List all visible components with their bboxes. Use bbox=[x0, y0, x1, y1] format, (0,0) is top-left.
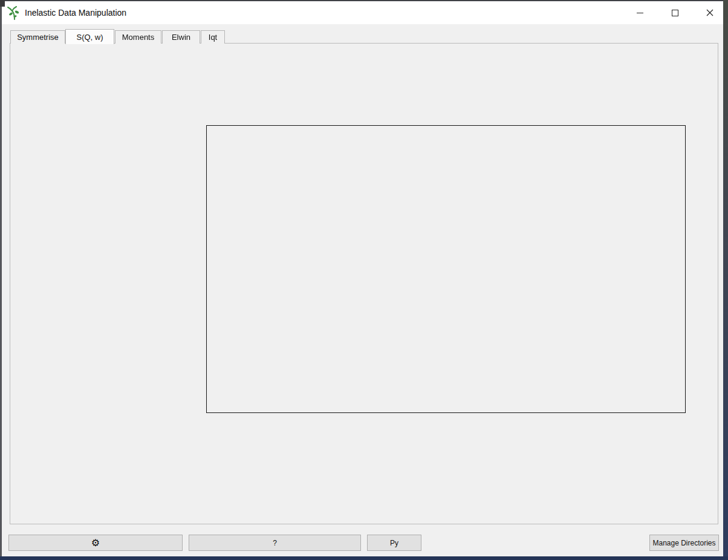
tab-moments[interactable]: Moments bbox=[115, 30, 161, 44]
python-label: Py bbox=[390, 539, 398, 547]
manage-directories-label: Manage Directories bbox=[652, 539, 715, 547]
titlebar: Inelastic Data Manipulation bbox=[2, 1, 723, 24]
close-icon bbox=[706, 9, 713, 16]
settings-button[interactable]: ⚙ bbox=[8, 535, 183, 551]
desktop-edge bbox=[0, 0, 2, 560]
manage-directories-button[interactable]: Manage Directories bbox=[649, 535, 719, 551]
gear-icon: ⚙ bbox=[91, 538, 100, 548]
desktop-edge bbox=[0, 556, 728, 560]
help-label: ? bbox=[273, 539, 277, 547]
app-window: Inelastic Data Manipulation Symmetrise S… bbox=[0, 0, 728, 560]
tab-label: Symmetrise bbox=[17, 33, 59, 42]
tab-symmetrise[interactable]: Symmetrise bbox=[10, 30, 65, 44]
tab-label: Moments bbox=[122, 33, 154, 42]
tab-label: Iqt bbox=[209, 33, 217, 42]
desktop-edge bbox=[0, 0, 728, 1]
tab-sqw[interactable]: S(Q, w) bbox=[65, 29, 114, 44]
maximize-icon bbox=[672, 10, 678, 16]
tab-label: S(Q, w) bbox=[76, 33, 103, 42]
mantid-logo-icon bbox=[7, 6, 22, 21]
maximize-button[interactable] bbox=[661, 1, 689, 24]
minimize-button[interactable] bbox=[626, 1, 654, 24]
tab-elwin[interactable]: Elwin bbox=[162, 30, 200, 44]
help-button[interactable]: ? bbox=[189, 535, 361, 551]
tab-iqt[interactable]: Iqt bbox=[201, 30, 225, 44]
desktop-edge bbox=[0, 0, 5, 7]
tab-label: Elwin bbox=[172, 33, 190, 42]
close-button[interactable] bbox=[696, 1, 724, 24]
desktop-edge bbox=[723, 0, 728, 560]
window-title: Inelastic Data Manipulation bbox=[25, 8, 126, 18]
minimize-icon bbox=[637, 13, 643, 13]
python-export-button[interactable]: Py bbox=[367, 535, 421, 551]
tab-pane bbox=[10, 43, 718, 524]
